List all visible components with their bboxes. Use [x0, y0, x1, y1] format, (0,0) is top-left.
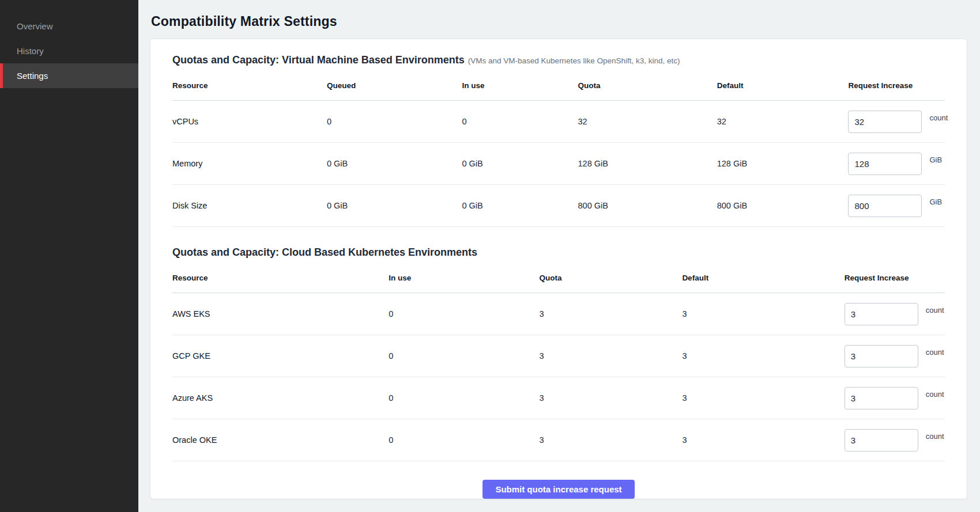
app-window: Overview History Settings Compatibility …	[0, 0, 980, 512]
oracle-oke-request-input[interactable]	[845, 429, 918, 452]
cell-queued: 0	[327, 101, 462, 143]
cell-in-use: 0	[462, 101, 578, 143]
unit-label: count	[926, 306, 944, 314]
table-row: Memory 0 GiB 0 GiB 128 GiB 128 GiB GiB	[172, 143, 945, 185]
request-increase-cell: count	[845, 345, 945, 367]
cloud-header-request-increase: Request Increase	[845, 267, 945, 293]
vcpus-request-input[interactable]	[848, 111, 922, 133]
cell-quota: 3	[539, 377, 682, 419]
cell-default: 3	[682, 293, 844, 335]
cell-default: 800 GiB	[717, 185, 849, 227]
cell-quota: 3	[539, 335, 682, 377]
cloud-section-title: Quotas and Capacity: Cloud Based Kuberne…	[172, 246, 945, 259]
cell-resource: Azure AKS	[172, 377, 389, 419]
cell-quota: 128 GiB	[578, 143, 717, 185]
table-row: vCPUs 0 0 32 32 count	[172, 101, 945, 143]
cell-quota: 3	[539, 419, 682, 461]
settings-card: Quotas and Capacity: Virtual Machine Bas…	[150, 39, 967, 499]
cloud-header-resource: Resource	[172, 267, 389, 293]
aws-eks-request-input[interactable]	[845, 303, 918, 325]
table-row: Disk Size 0 GiB 0 GiB 800 GiB 800 GiB Gi…	[172, 185, 945, 227]
cell-default: 3	[682, 377, 844, 419]
cell-default: 3	[682, 335, 844, 377]
unit-label: GiB	[929, 198, 942, 206]
table-row: Oracle OKE 0 3 3 count	[172, 419, 945, 461]
cell-in-use: 0	[389, 419, 539, 461]
unit-label: count	[929, 113, 948, 122]
vm-section-subtitle: (VMs and VM-based Kubernetes like OpenSh…	[468, 56, 680, 65]
cell-quota: 800 GiB	[578, 185, 717, 227]
cell-quota: 32	[578, 101, 717, 143]
sidebar-item-overview[interactable]: Overview	[0, 14, 138, 39]
request-increase-cell: count	[848, 111, 945, 133]
submit-quota-increase-button[interactable]: Submit quota increase request	[483, 480, 634, 499]
vm-section-title: Quotas and Capacity: Virtual Machine Bas…	[172, 54, 945, 66]
request-increase-cell: GiB	[848, 195, 945, 217]
request-increase-cell: count	[845, 303, 945, 325]
table-row: GCP GKE 0 3 3 count	[172, 335, 945, 377]
vm-header-request-increase: Request Increase	[848, 74, 945, 101]
sidebar-item-settings[interactable]: Settings	[0, 63, 138, 88]
vm-header-in-use: In use	[462, 74, 578, 101]
sidebar: Overview History Settings	[0, 0, 138, 512]
cell-resource: GCP GKE	[172, 335, 389, 377]
cell-resource: AWS EKS	[172, 293, 389, 335]
vm-section-title-text: Quotas and Capacity: Virtual Machine Bas…	[172, 54, 465, 66]
request-increase-cell: count	[845, 387, 945, 409]
disk-size-request-input[interactable]	[848, 195, 922, 217]
cell-resource: Disk Size	[172, 185, 327, 227]
request-increase-cell: count	[845, 429, 945, 452]
cell-in-use: 0	[389, 335, 539, 377]
cell-default: 32	[717, 101, 849, 143]
gcp-gke-request-input[interactable]	[845, 345, 918, 367]
vm-table-header-row: Resource Queued In use Quota Default Req…	[172, 74, 945, 101]
cell-resource: Oracle OKE	[172, 419, 389, 461]
cell-in-use: 0 GiB	[462, 185, 578, 227]
table-row: Azure AKS 0 3 3 count	[172, 377, 945, 419]
cell-in-use: 0 GiB	[462, 143, 578, 185]
cell-quota: 3	[539, 293, 682, 335]
cell-queued: 0 GiB	[327, 143, 462, 185]
cloud-quota-table: Resource In use Quota Default Request In…	[172, 267, 945, 461]
cell-default: 3	[682, 419, 844, 461]
submit-row: Submit quota increase request	[172, 480, 945, 499]
cloud-header-default: Default	[682, 267, 844, 293]
azure-aks-request-input[interactable]	[845, 387, 918, 409]
cell-queued: 0 GiB	[327, 185, 462, 227]
unit-label: count	[926, 432, 944, 441]
cell-default: 128 GiB	[717, 143, 849, 185]
memory-request-input[interactable]	[848, 153, 922, 175]
cloud-header-quota: Quota	[539, 267, 682, 293]
main-content: Compatibility Matrix Settings Quotas and…	[138, 0, 980, 512]
cell-resource: Memory	[172, 143, 327, 185]
unit-label: count	[926, 348, 944, 356]
cloud-header-in-use: In use	[389, 267, 539, 293]
sidebar-item-history[interactable]: History	[0, 39, 138, 63]
vm-header-default: Default	[717, 74, 849, 101]
cell-resource: vCPUs	[172, 101, 327, 143]
cloud-table-header-row: Resource In use Quota Default Request In…	[172, 267, 945, 293]
unit-label: GiB	[929, 156, 942, 164]
vm-header-resource: Resource	[172, 74, 327, 101]
cell-in-use: 0	[389, 293, 539, 335]
table-row: AWS EKS 0 3 3 count	[172, 293, 945, 335]
request-increase-cell: GiB	[848, 153, 945, 175]
page-title: Compatibility Matrix Settings	[151, 14, 967, 29]
unit-label: count	[926, 390, 944, 399]
vm-header-queued: Queued	[327, 74, 462, 101]
vm-quota-table: Resource Queued In use Quota Default Req…	[172, 74, 945, 227]
vm-header-quota: Quota	[578, 74, 717, 101]
cell-in-use: 0	[389, 377, 539, 419]
